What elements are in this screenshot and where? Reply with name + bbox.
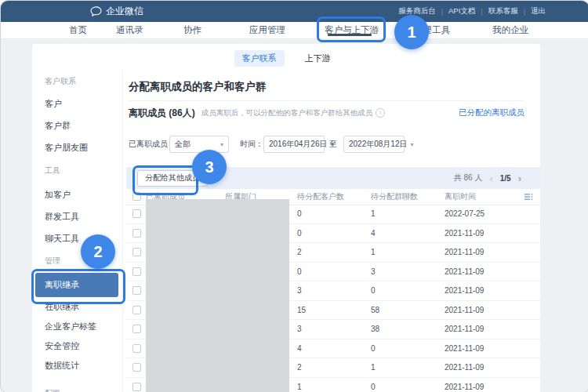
row-checkbox[interactable] [132, 344, 141, 353]
next-page-icon[interactable]: › [518, 173, 521, 183]
resign-date-cell: 2022-07-25 [445, 205, 485, 224]
date-from-value: 2016年04月26日 [269, 139, 328, 150]
pending-group-chats-cell: 4 [371, 224, 376, 244]
row-checkbox[interactable] [132, 325, 141, 333]
section-description: 成员离职后，可以分配他的客户和客户群给其他成员 [201, 108, 373, 118]
nav-item[interactable]: 我的企业 [492, 22, 528, 38]
assigned-members-link[interactable]: 已分配的离职成员 [459, 107, 524, 118]
topbar: 企业微信 服务商后台|API文档|联系客服|退出 [1, 1, 588, 22]
pending-group-chats-cell: 38 [371, 320, 379, 339]
pending-customers-cell: 0 [297, 205, 302, 224]
content-panel: 客户联系上下游 客户联系客户客户群客户朋友圈工具加客户群发工具聊天工具管理离职继… [32, 44, 540, 392]
date-to-value: 2022年08月12日 [349, 139, 408, 150]
sidebar: 客户联系客户客户群客户朋友圈工具加客户群发工具聊天工具管理离职继承在职继承企业客… [32, 71, 123, 392]
row-checkbox[interactable] [132, 267, 141, 276]
topbar-link[interactable]: 联系客服 [488, 6, 518, 16]
pending-customers-cell: 0 [297, 263, 302, 282]
resign-date-cell: 2021-11-09 [445, 224, 484, 244]
pending-group-chats-cell: 0 [371, 339, 376, 359]
app-logo[interactable]: 企业微信 [90, 1, 143, 22]
row-checkbox[interactable] [132, 363, 141, 372]
pending-group-chats-cell: 58 [371, 301, 379, 321]
pending-group-chats-cell: 0 [371, 281, 376, 301]
sidebar-item[interactable]: 客户群 [32, 114, 122, 136]
nav-item[interactable]: 应用管理 [249, 22, 285, 38]
pending-customers-cell: 3 [297, 320, 302, 339]
member-filter-label: 已离职成员： [129, 136, 176, 153]
row-checkbox[interactable] [132, 306, 141, 314]
sidebar-item[interactable]: 在职继承 [32, 297, 122, 317]
table-header-cell: 待分配客户数 [297, 189, 344, 205]
info-icon[interactable]: i [376, 108, 385, 118]
row-checkbox[interactable] [132, 286, 141, 295]
resign-date-cell: 2021-11-09 [445, 301, 484, 321]
pending-customers-cell: 0 [297, 224, 302, 244]
select-all-checkbox[interactable] [132, 192, 141, 201]
page-title: 分配离职成员的客户和客户群 [129, 80, 267, 94]
pending-customers-cell: 2 [297, 243, 302, 263]
sidebar-item[interactable]: 企业客户标签 [32, 317, 122, 336]
row-checkbox[interactable] [132, 383, 141, 391]
pending-customers-cell: 4 [297, 339, 302, 359]
annotation-badge-1: 1 [394, 15, 429, 49]
pending-customers-cell: 1 [297, 378, 302, 392]
topbar-link[interactable]: 服务商后台 [398, 6, 436, 16]
pending-group-chats-cell: 1 [371, 358, 376, 378]
separator: | [524, 8, 525, 16]
table-header-cell: 待分配群聊数 [371, 189, 418, 205]
filter-row: 已离职成员： 全部 ▾ 时间： 2016年04月26日 ▾ 至 2022年08月… [122, 136, 540, 153]
redacted-area [146, 199, 289, 392]
separator: | [441, 8, 443, 16]
section-title: 离职成员 (86人) [129, 107, 195, 120]
sidebar-item[interactable]: 客户 [32, 93, 122, 114]
main-content: 分配离职成员的客户和客户群 离职成员 (86人) 成员离职后，可以分配他的客户和… [122, 44, 540, 392]
time-filter-label: 时间： [240, 136, 263, 153]
chevron-down-icon: ▾ [411, 141, 414, 148]
table-toolbar: 分配给其他成员 共 86 人 ‹ 1/5 › [126, 167, 540, 189]
pending-customers-cell: 15 [297, 301, 306, 321]
nav-item[interactable]: 首页 [69, 22, 87, 38]
table-header-cell: 离职时间 [445, 189, 476, 205]
sidebar-item[interactable]: 加客户 [32, 183, 122, 205]
prev-page-icon[interactable]: ‹ [489, 173, 492, 183]
sidebar-item[interactable]: 客户朋友圈 [32, 136, 122, 158]
main-nav: 首页通讯录协作应用管理客户与上下游管理工具我的企业 [1, 22, 588, 39]
nav-item[interactable]: 通讯录 [116, 22, 143, 38]
page-indicator: 1/5 [500, 174, 511, 183]
member-filter-value: 全部 [175, 139, 191, 150]
date-to-select[interactable]: 2022年08月12日 ▾ [343, 136, 405, 153]
nav-item[interactable]: 客户与上下游 [325, 22, 379, 38]
resign-date-cell: 2021-11-09 [445, 243, 484, 263]
resign-date-cell: 2021-11-09 [445, 358, 484, 378]
sidebar-section-title: 客户联系 [32, 71, 122, 93]
logo-text: 企业微信 [106, 5, 143, 18]
nav-item[interactable]: 协作 [183, 22, 201, 38]
pending-customers-cell: 3 [297, 281, 302, 301]
row-checkbox[interactable] [132, 229, 141, 238]
pending-group-chats-cell: 1 [371, 205, 376, 224]
member-filter-select[interactable]: 全部 ▾ [169, 136, 229, 153]
pending-group-chats-cell: 3 [371, 263, 376, 282]
sidebar-item-active[interactable]: 离职继承 [35, 273, 118, 297]
total-count: 共 86 人 [454, 172, 483, 183]
column-settings-icon[interactable] [524, 192, 533, 201]
sidebar-item[interactable]: 群发工具 [32, 205, 122, 227]
pending-group-chats-cell: 0 [371, 378, 376, 392]
pending-group-chats-cell: 1 [371, 243, 376, 263]
sidebar-section-title: 配置 [32, 382, 122, 392]
date-from-select[interactable]: 2016年04月26日 ▾ [263, 136, 325, 153]
topbar-link[interactable]: API文档 [448, 6, 475, 16]
divider [129, 100, 524, 101]
chevron-down-icon: ▾ [220, 141, 223, 148]
separator: | [481, 8, 482, 16]
resign-date-cell: 2021-11-09 [445, 320, 484, 339]
pagination: 共 86 人 ‹ 1/5 › [454, 172, 521, 183]
sidebar-item[interactable]: 安全管控 [32, 336, 122, 356]
row-checkbox[interactable] [132, 248, 141, 256]
sidebar-item[interactable]: 数据统计 [32, 356, 122, 376]
resign-date-cell: 2021-11-09 [445, 281, 484, 301]
row-checkbox[interactable] [132, 209, 141, 218]
resign-date-cell: 2021-11-09 [445, 339, 484, 359]
topbar-link[interactable]: 退出 [531, 6, 546, 16]
chat-bubble-icon [90, 6, 102, 16]
